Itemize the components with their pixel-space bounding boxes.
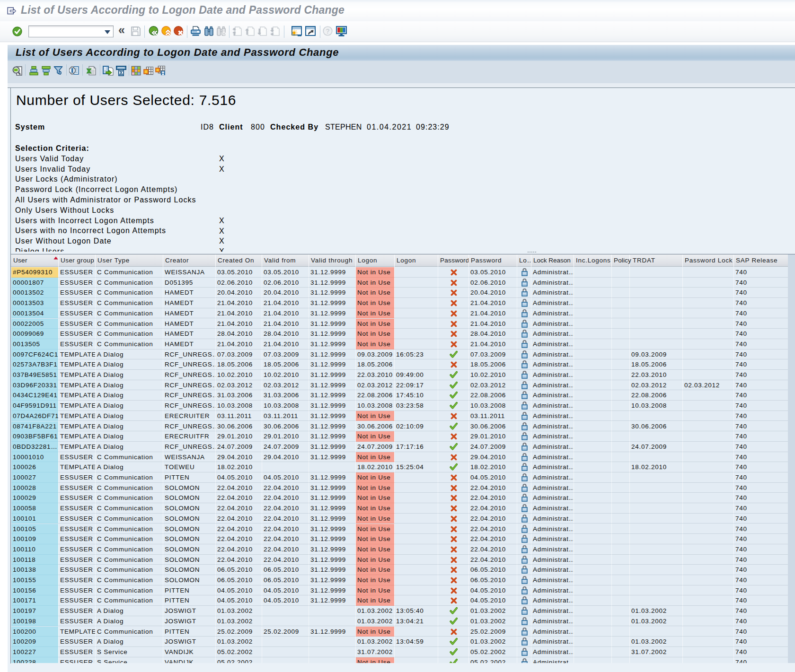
svg-text:?: ? bbox=[326, 27, 330, 35]
